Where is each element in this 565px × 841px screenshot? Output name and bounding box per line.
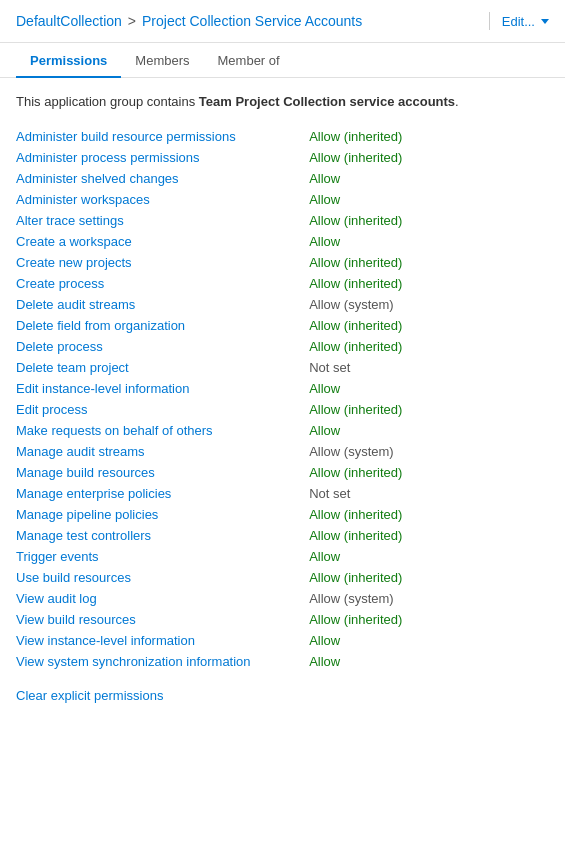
permission-name[interactable]: Edit instance-level information bbox=[16, 378, 309, 399]
tab-members[interactable]: Members bbox=[121, 43, 203, 78]
permission-value: Allow (system) bbox=[309, 294, 549, 315]
permission-name[interactable]: Alter trace settings bbox=[16, 210, 309, 231]
description-highlight: Team Project Collection service accounts bbox=[199, 94, 455, 109]
table-row: Manage test controllersAllow (inherited) bbox=[16, 525, 549, 546]
table-row: Use build resourcesAllow (inherited) bbox=[16, 567, 549, 588]
permission-value: Allow (system) bbox=[309, 588, 549, 609]
table-row: Manage pipeline policiesAllow (inherited… bbox=[16, 504, 549, 525]
permission-value: Allow (inherited) bbox=[309, 210, 549, 231]
breadcrumb-collection[interactable]: DefaultCollection bbox=[16, 13, 122, 29]
permission-value: Allow (inherited) bbox=[309, 399, 549, 420]
permission-value: Allow bbox=[309, 420, 549, 441]
table-row: Make requests on behalf of othersAllow bbox=[16, 420, 549, 441]
description: This application group contains Team Pro… bbox=[16, 92, 549, 112]
permission-name[interactable]: View instance-level information bbox=[16, 630, 309, 651]
permission-value: Allow (inherited) bbox=[309, 126, 549, 147]
edit-button[interactable]: Edit... bbox=[502, 14, 549, 29]
table-row: View system synchronization informationA… bbox=[16, 651, 549, 672]
header: DefaultCollection > Project Collection S… bbox=[0, 0, 565, 43]
breadcrumb-page: Project Collection Service Accounts bbox=[142, 13, 362, 29]
permission-name[interactable]: Manage build resources bbox=[16, 462, 309, 483]
permission-name[interactable]: Manage test controllers bbox=[16, 525, 309, 546]
permission-name[interactable]: Edit process bbox=[16, 399, 309, 420]
breadcrumb-separator: > bbox=[128, 13, 136, 29]
chevron-down-icon bbox=[541, 19, 549, 24]
permission-value: Allow (system) bbox=[309, 441, 549, 462]
table-row: Administer shelved changesAllow bbox=[16, 168, 549, 189]
permission-name[interactable]: Delete team project bbox=[16, 357, 309, 378]
permission-value: Allow (inherited) bbox=[309, 147, 549, 168]
tab-member-of[interactable]: Member of bbox=[204, 43, 294, 78]
table-row: Manage audit streamsAllow (system) bbox=[16, 441, 549, 462]
permission-name[interactable]: Use build resources bbox=[16, 567, 309, 588]
table-row: Edit instance-level informationAllow bbox=[16, 378, 549, 399]
permission-value: Allow bbox=[309, 231, 549, 252]
permission-value: Allow (inherited) bbox=[309, 504, 549, 525]
permission-name[interactable]: Manage enterprise policies bbox=[16, 483, 309, 504]
permission-value: Allow (inherited) bbox=[309, 315, 549, 336]
permission-name[interactable]: Administer build resource permissions bbox=[16, 126, 309, 147]
permission-value: Not set bbox=[309, 483, 549, 504]
permission-value: Allow bbox=[309, 630, 549, 651]
table-row: Delete team projectNot set bbox=[16, 357, 549, 378]
tab-permissions[interactable]: Permissions bbox=[16, 43, 121, 78]
header-divider bbox=[489, 12, 490, 30]
table-row: Edit processAllow (inherited) bbox=[16, 399, 549, 420]
tabs-bar: Permissions Members Member of bbox=[0, 43, 565, 78]
permission-value: Allow (inherited) bbox=[309, 273, 549, 294]
permission-name[interactable]: Delete process bbox=[16, 336, 309, 357]
table-row: Administer build resource permissionsAll… bbox=[16, 126, 549, 147]
permission-name[interactable]: View audit log bbox=[16, 588, 309, 609]
permission-name[interactable]: Manage audit streams bbox=[16, 441, 309, 462]
table-row: Manage build resourcesAllow (inherited) bbox=[16, 462, 549, 483]
table-row: Delete processAllow (inherited) bbox=[16, 336, 549, 357]
main-content: This application group contains Team Pro… bbox=[0, 78, 565, 723]
table-row: View audit logAllow (system) bbox=[16, 588, 549, 609]
permission-value: Not set bbox=[309, 357, 549, 378]
permission-name[interactable]: Create a workspace bbox=[16, 231, 309, 252]
table-row: Delete audit streamsAllow (system) bbox=[16, 294, 549, 315]
table-row: Create a workspaceAllow bbox=[16, 231, 549, 252]
table-row: View build resourcesAllow (inherited) bbox=[16, 609, 549, 630]
table-row: Trigger eventsAllow bbox=[16, 546, 549, 567]
edit-label: Edit... bbox=[502, 14, 535, 29]
permission-name[interactable]: Manage pipeline policies bbox=[16, 504, 309, 525]
permission-name[interactable]: View build resources bbox=[16, 609, 309, 630]
table-row: Administer workspacesAllow bbox=[16, 189, 549, 210]
permission-name[interactable]: Administer workspaces bbox=[16, 189, 309, 210]
permission-name[interactable]: Delete audit streams bbox=[16, 294, 309, 315]
table-row: Administer process permissionsAllow (inh… bbox=[16, 147, 549, 168]
table-row: View instance-level informationAllow bbox=[16, 630, 549, 651]
breadcrumb: DefaultCollection > Project Collection S… bbox=[16, 13, 477, 29]
permission-value: Allow bbox=[309, 168, 549, 189]
permission-value: Allow bbox=[309, 546, 549, 567]
table-row: Create new projectsAllow (inherited) bbox=[16, 252, 549, 273]
permission-name[interactable]: Administer process permissions bbox=[16, 147, 309, 168]
permission-value: Allow (inherited) bbox=[309, 609, 549, 630]
permission-value: Allow (inherited) bbox=[309, 252, 549, 273]
permissions-table: Administer build resource permissionsAll… bbox=[16, 126, 549, 672]
permission-name[interactable]: View system synchronization information bbox=[16, 651, 309, 672]
permission-name[interactable]: Make requests on behalf of others bbox=[16, 420, 309, 441]
permission-name[interactable]: Create new projects bbox=[16, 252, 309, 273]
permission-value: Allow (inherited) bbox=[309, 525, 549, 546]
permission-value: Allow bbox=[309, 651, 549, 672]
permission-value: Allow bbox=[309, 378, 549, 399]
clear-explicit-permissions-link[interactable]: Clear explicit permissions bbox=[16, 688, 163, 703]
permission-name[interactable]: Administer shelved changes bbox=[16, 168, 309, 189]
permission-name[interactable]: Delete field from organization bbox=[16, 315, 309, 336]
permission-name[interactable]: Trigger events bbox=[16, 546, 309, 567]
table-row: Delete field from organizationAllow (inh… bbox=[16, 315, 549, 336]
permission-value: Allow (inherited) bbox=[309, 567, 549, 588]
table-row: Alter trace settingsAllow (inherited) bbox=[16, 210, 549, 231]
permission-value: Allow (inherited) bbox=[309, 336, 549, 357]
permission-value: Allow (inherited) bbox=[309, 462, 549, 483]
table-row: Manage enterprise policiesNot set bbox=[16, 483, 549, 504]
permission-name[interactable]: Create process bbox=[16, 273, 309, 294]
table-row: Create processAllow (inherited) bbox=[16, 273, 549, 294]
permission-value: Allow bbox=[309, 189, 549, 210]
